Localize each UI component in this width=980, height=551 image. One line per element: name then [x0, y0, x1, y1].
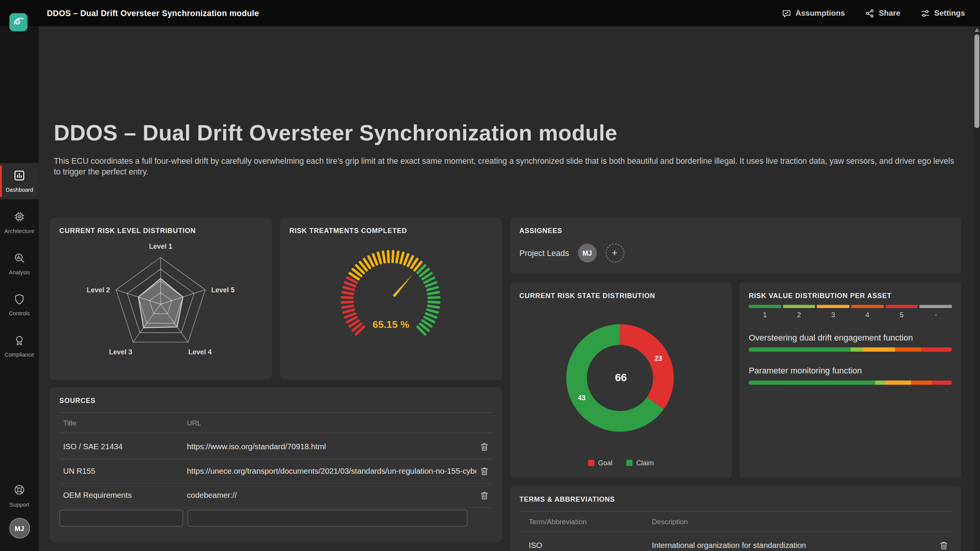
assignee-row: Project Leads MJ + — [519, 244, 624, 262]
sidebar-item-label: Architecture — [4, 229, 34, 235]
sidebar-bottom: Support MJ — [0, 484, 39, 551]
goal-color-swatch — [588, 460, 594, 466]
scale-swatch — [885, 305, 918, 308]
sidebar-item-compliance[interactable]: Compliance — [0, 328, 39, 364]
radar-axis-label: Level 5 — [211, 286, 235, 294]
delete-term-button[interactable] — [936, 541, 952, 550]
card-title: CURRENT RISK STATE DISTRIBUTION — [519, 292, 655, 299]
divider — [519, 531, 952, 532]
source-url: codebeamer:// — [187, 491, 476, 500]
user-avatar[interactable]: MJ — [9, 518, 30, 538]
source-url: https://unece.org/transport/documents/20… — [187, 467, 476, 476]
scale-swatch — [851, 305, 884, 308]
share-label: Share — [879, 9, 900, 18]
delete-source-button[interactable] — [476, 442, 492, 451]
vertical-scrollbar[interactable] — [974, 26, 980, 551]
assignees-card: ASSIGNEES Project Leads MJ + — [510, 217, 961, 274]
support-label: Support — [10, 502, 29, 508]
topbar: DDOS – Dual Drift Oversteer Synchronizat… — [0, 0, 980, 26]
assignee-avatar[interactable]: MJ — [578, 244, 596, 262]
scale-cell: 5 — [885, 305, 918, 319]
bar-segment — [911, 380, 931, 385]
asset-name: Oversteering dual drift engagement funct… — [749, 333, 913, 342]
divider — [59, 432, 492, 433]
app-window: DDOS – Dual Drift Oversteer Synchronizat… — [0, 0, 980, 551]
sidebar-item-controls[interactable]: Controls — [0, 287, 39, 323]
legend-label: Claim — [636, 459, 654, 467]
settings-icon — [920, 8, 929, 18]
scale-swatch — [783, 305, 815, 308]
sidebar-item-dashboard[interactable]: Dashboard — [0, 163, 39, 199]
donut-slice — [620, 324, 674, 409]
app-logo[interactable] — [9, 13, 27, 31]
sidebar-nav: Dashboard Architecture Analysis Controls… — [0, 163, 39, 364]
add-assignee-button[interactable]: + — [605, 244, 624, 262]
legend-label: Goal — [598, 459, 612, 467]
sidebar-item-label: Dashboard — [6, 187, 33, 193]
card-title: SOURCES — [59, 397, 96, 404]
sources-card: SOURCES Title URL ISO / SAE 21434 https:… — [50, 387, 502, 542]
new-source-title-input[interactable] — [59, 510, 183, 527]
column-term: Term/Abbreviation — [519, 518, 652, 525]
scale-label: 4 — [866, 311, 869, 319]
new-source-url-input[interactable] — [188, 510, 467, 527]
sidebar-item-architecture[interactable]: Architecture — [0, 204, 39, 241]
bar-segment — [885, 380, 911, 385]
share-icon — [865, 8, 874, 18]
gauge-needle — [393, 274, 413, 297]
sidebar-item-label: Compliance — [5, 352, 34, 358]
compliance-badge-icon — [13, 334, 26, 349]
source-title: OEM Requirements — [59, 491, 187, 500]
term-abbreviation: ISO — [519, 541, 652, 550]
claim-color-swatch — [626, 460, 632, 466]
terms-table-header: Term/Abbreviation Description — [519, 518, 952, 525]
source-row: OEM Requirements codebeamer:// — [59, 484, 492, 507]
risk-state-distribution-card: CURRENT RISK STATE DISTRIBUTION 2343 66 … — [510, 282, 732, 478]
donut-total: 66 — [510, 372, 732, 384]
source-title: ISO / SAE 21434 — [59, 442, 187, 451]
bar-segment — [749, 380, 875, 385]
asset-name: Parameter monitoring function — [749, 366, 862, 375]
card-title: TERMS & ABBREVIATIONS — [519, 496, 615, 503]
card-title: RISK VALUE DISTRIBUTION PER ASSET — [749, 292, 892, 299]
radar-axis-label: Level 2 — [87, 286, 110, 294]
risk-level-distribution-card: CURRENT RISK LEVEL DISTRIBUTION Level 1L… — [50, 217, 272, 380]
delete-source-button[interactable] — [476, 491, 492, 500]
source-row: ISO / SAE 21434 https://www.iso.org/stan… — [59, 435, 492, 458]
topbar-actions: Assumptions Share Settings — [782, 8, 965, 18]
page-title: DDOS – Dual Drift Oversteer Synchronizat… — [54, 121, 617, 146]
legend-item-claim: Claim — [626, 459, 654, 467]
share-button[interactable]: Share — [865, 8, 900, 18]
donut-slice-value: 23 — [655, 355, 662, 362]
sidebar: Dashboard Architecture Analysis Controls… — [0, 26, 39, 551]
sidebar-item-analysis[interactable]: Analysis — [0, 246, 39, 282]
column-title: Title — [59, 419, 187, 427]
scroll-up-arrow-icon[interactable] — [974, 28, 979, 32]
delete-source-button[interactable] — [476, 466, 492, 476]
architecture-icon — [13, 210, 26, 225]
scale-cell: 2 — [783, 305, 815, 319]
assumptions-button[interactable]: Assumptions — [782, 8, 845, 18]
source-row: UN R155 https://unece.org/transport/docu… — [59, 459, 492, 483]
divider — [519, 511, 952, 512]
term-description: International organization for standardi… — [652, 541, 936, 550]
divider — [59, 507, 492, 508]
scale-cell: 1 — [749, 305, 781, 319]
bar-segment — [895, 347, 921, 352]
legend-item-goal: Goal — [588, 459, 612, 467]
sidebar-item-label: Analysis — [9, 270, 30, 276]
bar-segment — [862, 347, 895, 352]
scale-cell: 4 — [851, 305, 884, 319]
scale-swatch — [920, 305, 952, 308]
scale-label: 1 — [763, 311, 767, 319]
scrollbar-thumb[interactable] — [974, 34, 979, 128]
settings-button[interactable]: Settings — [920, 8, 965, 18]
scale-cell: 3 — [817, 305, 849, 319]
radar-axis-label: Level 4 — [188, 348, 212, 356]
screen: DDOS – Dual Drift Oversteer Synchronizat… — [0, 0, 980, 551]
asset-risk-bar — [749, 347, 952, 352]
column-description: Description — [652, 518, 952, 525]
donut-slice-value: 43 — [578, 394, 586, 402]
sources-table-header: Title URL — [59, 419, 492, 427]
sidebar-item-support[interactable]: Support — [10, 484, 29, 508]
